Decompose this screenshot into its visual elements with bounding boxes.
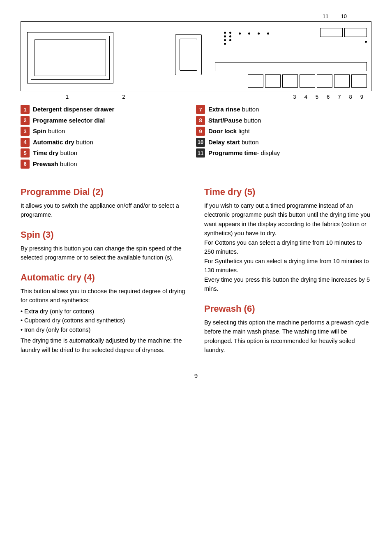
dot [229, 35, 231, 37]
label-10: 10 [341, 12, 347, 21]
dot [229, 32, 231, 34]
btn-9 [351, 74, 367, 88]
btn-8 [334, 74, 350, 88]
diagram-box [21, 21, 371, 91]
dot [248, 32, 250, 35]
dot [224, 39, 226, 41]
btn-7 [317, 74, 332, 88]
parts-col-left: 1 Detergent dispenser drawer 2 Programme… [21, 105, 196, 169]
label-2: 2 [122, 93, 125, 101]
bottom-labels: 1 2 3 4 5 6 7 8 9 [21, 91, 371, 101]
dot [229, 39, 231, 41]
dot [239, 32, 241, 35]
display-box-10 [320, 28, 343, 37]
page-number: 9 [21, 371, 371, 381]
section-spin: Spin (3) By pressing this button you can… [21, 228, 188, 262]
part-num-7: 7 [196, 105, 205, 114]
part-label-4: Automatic dry button [33, 138, 93, 147]
list-item: 7 Extra rinse button [196, 105, 371, 114]
dot [224, 35, 226, 37]
part-label-1: Detergent dispenser drawer [33, 105, 114, 114]
part-num-11: 11 [196, 148, 205, 158]
content-left: Programme Dial (2) It allows you to swit… [21, 177, 188, 359]
bottom-labels-right: 3 4 5 6 7 8 9 [293, 93, 371, 101]
parts-col-right: 7 Extra rinse button 8 Start/Pause butto… [196, 105, 371, 169]
drawer-inner1 [31, 36, 110, 80]
top-number-labels: 11 10 [21, 12, 371, 21]
label-6: 6 [327, 93, 330, 101]
list-item: 8 Start/Pause button [196, 116, 371, 125]
right-panel [215, 26, 367, 88]
part-label-2: Programme selector dial [33, 116, 105, 125]
part-num-3: 3 [21, 127, 30, 136]
dot [267, 32, 269, 35]
list-item: 11 Programme time- display [196, 148, 371, 158]
auto-dry-list: Extra dry (only for cottons) Cupboard dr… [21, 307, 188, 334]
drawer-outer [27, 32, 113, 83]
btn-3 [248, 74, 263, 88]
label-9: 9 [360, 93, 363, 101]
dot [224, 43, 226, 45]
part-num-10: 10 [196, 138, 205, 147]
label-7: 7 [338, 93, 341, 101]
part-num-6: 6 [21, 160, 30, 169]
list-item: 1 Detergent dispenser drawer [21, 105, 196, 114]
part-num-9: 9 [196, 127, 205, 136]
section-title-programme-dial: Programme Dial (2) [21, 185, 188, 199]
section-title-auto-dry: Automatic dry (4) [21, 271, 188, 284]
label-4: 4 [304, 93, 307, 101]
section-title-prewash: Prewash (6) [204, 302, 371, 315]
label-1: 1 [66, 93, 69, 101]
button-row [248, 74, 367, 88]
list-item: 6 Prewash button [21, 160, 196, 169]
wide-display [215, 62, 367, 71]
label-8: 8 [349, 93, 352, 101]
section-body-prewash: By selecting this option the machine per… [204, 318, 371, 355]
list-item: 9 Door lock light [196, 127, 371, 136]
list-item: Extra dry (only for cottons) [21, 307, 188, 316]
list-item: Cupboard dry (cottons and synthetics) [21, 316, 188, 325]
part-label-6: Prewash button [33, 160, 77, 169]
part-label-8: Start/Pause button [208, 116, 261, 125]
drawer-inner2 [35, 39, 106, 76]
dial-inner [180, 39, 197, 71]
list-item: 10 Delay start button [196, 138, 371, 147]
btn-5 [282, 74, 298, 88]
programme-dial-diagram [175, 34, 202, 75]
dot [258, 32, 260, 35]
btn-6 [300, 74, 315, 88]
part-label-3: Spin button [33, 127, 65, 136]
btn-4 [265, 74, 281, 88]
content-right: Time dry (5) If you wish to carry out a … [204, 177, 371, 359]
bottom-labels-left: 1 2 [21, 93, 125, 101]
list-item: Iron dry (only for cottons) [21, 325, 188, 334]
section-body-programme-dial: It allows you to switch the appliance on… [21, 201, 188, 220]
parts-list: 1 Detergent dispenser drawer 2 Programme… [21, 105, 371, 169]
label-3: 3 [293, 93, 296, 101]
part-label-7: Extra rinse button [208, 105, 259, 114]
part-label-5: Time dry button [33, 148, 77, 158]
label-5: 5 [316, 93, 318, 101]
section-body-time-dry: If you wish to carry out a timed program… [204, 201, 371, 294]
part-label-11: Programme time- display [208, 148, 280, 158]
part-label-9: Door lock light [208, 127, 250, 136]
label-11: 11 [323, 12, 328, 21]
section-programme-dial: Programme Dial (2) It allows you to swit… [21, 185, 188, 220]
dot-col-1 [223, 31, 227, 46]
section-body-spin: By pressing this button you can change t… [21, 244, 188, 262]
dots-area [223, 31, 270, 46]
display-top-row [320, 28, 367, 37]
display-box-11 [344, 28, 367, 37]
section-time-dry: Time dry (5) If you wish to carry out a … [204, 185, 371, 294]
dot [224, 32, 226, 34]
section-title-time-dry: Time dry (5) [204, 185, 371, 199]
part-num-5: 5 [21, 148, 30, 158]
part-label-10: Delay start button [208, 138, 259, 147]
list-item: 5 Time dry button [21, 148, 196, 158]
list-item: 4 Automatic dry button [21, 138, 196, 147]
list-item: 3 Spin button [21, 127, 196, 136]
section-body-auto-dry: This button allows you to choose the req… [21, 287, 188, 354]
section-auto-dry: Automatic dry (4) This button allows you… [21, 271, 188, 354]
appliance-diagram: 11 10 [21, 12, 371, 101]
section-title-spin: Spin (3) [21, 228, 188, 241]
